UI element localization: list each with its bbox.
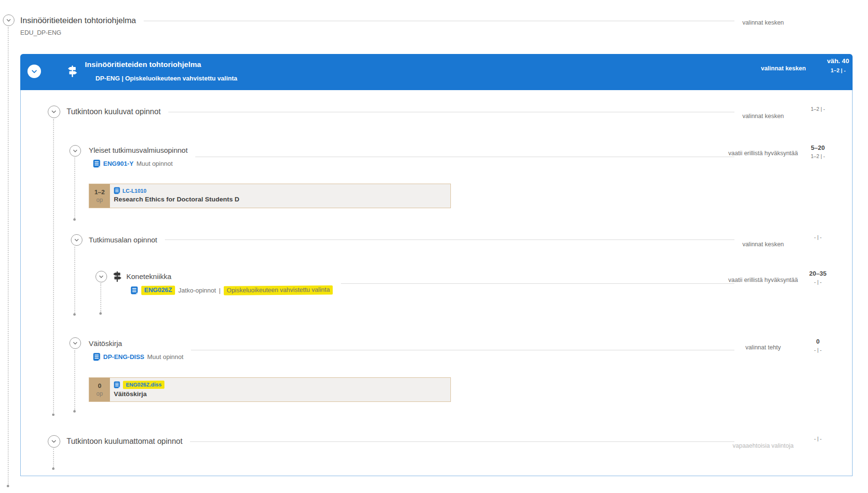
section-title: Yleiset tutkimusvalmiusopinnot [89, 146, 188, 155]
tree-connector-end-dot [52, 467, 54, 470]
header-rule [191, 350, 734, 350]
collapse-toggle-root[interactable] [3, 14, 14, 26]
header-rule [144, 21, 734, 21]
mechanical-credits-range: 20–35 [802, 270, 833, 277]
program-status: valinnat kesken [741, 65, 826, 72]
header-rule [165, 240, 734, 240]
module-code-link[interactable]: ENG901-Y [103, 160, 134, 168]
degree-studies-header: Tutkintoon kuuluvat opinnot [67, 107, 734, 117]
course-document-icon [114, 187, 120, 194]
tree-connector-root [8, 27, 9, 486]
program-subtitle: DP-ENG | Opiskeluoikeuteen vahvistettu v… [95, 75, 237, 82]
research-field-status: valinnat kesken [721, 241, 805, 248]
header-rule [341, 283, 734, 284]
section-title: Tutkintoon kuulumattomat opinnot [67, 437, 182, 446]
header-rule [168, 112, 734, 112]
highlight-annotation: Opiskeluoikeuteen vahvistettu valinta [224, 285, 333, 295]
chevron-down-icon [50, 107, 58, 116]
course-name: Väitöskirja [114, 390, 165, 398]
course-credit-unit: op [96, 197, 103, 203]
degree-studies-credits-detail: 1–2 | - [802, 106, 833, 112]
research-field-header: Tutkimusalan opinnot [89, 235, 734, 244]
program-credits-range: väh. 40 [823, 57, 854, 65]
course-credits: 1–2 [95, 189, 105, 196]
dissertation-credits-range: 0 [802, 338, 833, 345]
tree-connector-end-dot [73, 313, 76, 316]
course-name: Research Ethics for Doctoral Students D [114, 196, 239, 203]
mechanical-credits-detail: - | - [802, 279, 833, 285]
outside-studies-credits-detail: - | - [802, 436, 833, 441]
course-card-lc-l1010[interactable]: 1–2 op LC-L1010 Research Ethics for Doct… [89, 184, 451, 208]
module-code-link[interactable]: DP-ENG-DISS [103, 353, 144, 361]
root-code: EDU_DP-ENG [20, 29, 61, 36]
collapse-toggle-research-field[interactable] [71, 234, 82, 246]
highlight-annotation[interactable]: ENG026Z [141, 286, 175, 295]
dissertation-status: valinnat tehty [721, 344, 805, 351]
section-title: Konetekniikka [126, 272, 333, 281]
course-credit-block: 1–2 op [89, 184, 110, 208]
module-document-icon [131, 286, 138, 294]
course-card-eng026z-diss[interactable]: 0 op ENG026Z.diss Väitöskirja [89, 377, 451, 402]
collapse-toggle-mechanical[interactable] [95, 271, 107, 282]
program-header-bar[interactable]: Insinööritieteiden tohtoriohjelma DP-ENG… [20, 54, 853, 90]
general-studies-credits-detail: 1–2 | - [802, 153, 833, 159]
course-code-link[interactable]: LC-L1010 [122, 187, 147, 194]
tree-connector-end-dot [99, 312, 102, 315]
chevron-down-icon [73, 236, 81, 244]
section-code-line: DP-ENG-DISS Muut opinnot [93, 353, 183, 361]
tree-connector-end-dot [73, 218, 76, 221]
module-code-suffix: Muut opinnot [147, 353, 183, 361]
module-code-mid: Jatko-opinnot [178, 287, 216, 294]
chevron-down-icon [50, 437, 58, 445]
degree-studies-status: valinnat kesken [721, 113, 805, 120]
tree-connector-end-dot [7, 485, 9, 487]
program-title: Insinööritieteiden tohtoriohjelma [85, 60, 201, 69]
header-rule [190, 441, 734, 442]
dissertation-credits-detail: - | - [802, 347, 833, 353]
general-studies-credits-range: 5–20 [802, 144, 833, 151]
general-studies-status: vaatii erillistä hyväksyntää [721, 150, 805, 157]
tree-connector-outside [53, 449, 54, 467]
collapse-toggle-program[interactable] [27, 65, 41, 78]
module-document-icon [93, 160, 100, 168]
separator-pipe: | [219, 287, 220, 294]
collapse-toggle-dissertation[interactable] [69, 337, 81, 349]
course-credit-block: 0 op [89, 378, 110, 401]
root-title: Insinööritieteiden tohtoriohjelma [20, 16, 136, 26]
highlight-annotation[interactable]: ENG026Z.diss [123, 381, 164, 389]
collapse-toggle-degree-studies[interactable] [48, 106, 60, 118]
outside-studies-header: Tutkintoon kuulumattomat opinnot [67, 437, 734, 446]
course-code-line: ENG026Z.diss [114, 381, 165, 389]
research-field-credits-detail: - | - [802, 234, 833, 240]
tree-connector-dissertation [74, 350, 75, 410]
chevron-down-icon [71, 147, 79, 155]
section-title: Väitöskirja [89, 339, 183, 348]
tree-connector-mechanical [100, 283, 101, 312]
tree-connector-end-dot [73, 410, 76, 413]
section-title: Tutkintoon kuuluvat opinnot [67, 107, 161, 117]
module-code-suffix: Muut opinnot [136, 160, 173, 168]
collapse-toggle-general-studies[interactable] [69, 145, 81, 157]
header-rule [195, 157, 734, 157]
signpost-icon [112, 270, 122, 283]
course-credit-unit: op [96, 390, 103, 397]
chevron-down-icon [29, 67, 39, 76]
course-document-icon [114, 381, 120, 388]
tree-connector-degree [53, 119, 54, 414]
mechanical-header: Konetekniikka ENG026Z Jatko-opinnot | Op… [126, 272, 734, 295]
course-credits: 0 [98, 383, 101, 389]
root-header: Insinööritieteiden tohtoriohjelma [20, 16, 734, 26]
tree-connector-general [74, 158, 75, 218]
section-title: Tutkimusalan opinnot [89, 235, 157, 244]
module-document-icon [93, 353, 100, 361]
chevron-down-icon [97, 273, 105, 280]
chevron-down-icon [71, 339, 79, 347]
mechanical-status: vaatii erillistä hyväksyntää [721, 277, 805, 283]
study-plan-page: Insinööritieteiden tohtoriohjelma valinn… [0, 0, 868, 493]
dissertation-header: Väitöskirja DP-ENG-DISS Muut opinnot [89, 339, 734, 361]
collapse-toggle-outside-studies[interactable] [48, 435, 60, 448]
outside-studies-status: vapaaehtoisia valintoja [721, 442, 805, 449]
course-code-line: LC-L1010 [114, 187, 239, 194]
tree-connector-research [74, 247, 75, 313]
program-credits-detail: 1–2 | - [823, 67, 854, 73]
